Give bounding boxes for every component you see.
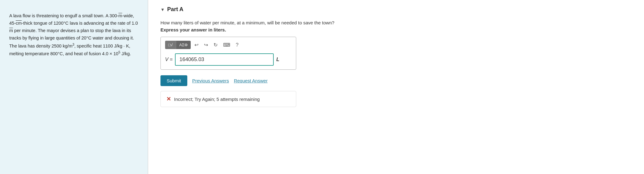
feedback-box: ✕ Incorrect; Try Again; 5 attempts remai… bbox=[160, 91, 296, 107]
action-row: Submit Previous Answers Request Answer bbox=[160, 75, 632, 86]
request-answer-button[interactable]: Request Answer bbox=[234, 78, 268, 83]
answer-input-box: □√ ΑΣΦ ↩ ↪ ↻ ⌨ ? V = bbox=[160, 37, 296, 70]
math-buttons-group: □√ ΑΣΦ bbox=[165, 41, 191, 49]
collapse-arrow-icon[interactable]: ▼ bbox=[160, 7, 165, 12]
greek-button[interactable]: ΑΣΦ bbox=[176, 41, 191, 49]
undo-button[interactable]: ↩ bbox=[193, 41, 200, 49]
part-title: Part A bbox=[167, 6, 183, 13]
express-label: Express your answer in liters. bbox=[160, 27, 632, 32]
undo-icon: ↩ bbox=[194, 42, 198, 48]
part-header: ▼ Part A bbox=[160, 6, 632, 13]
refresh-icon: ↻ bbox=[214, 42, 218, 48]
help-icon: ? bbox=[236, 42, 239, 48]
input-row: V = L bbox=[165, 53, 292, 66]
greek-icon: ΑΣΦ bbox=[179, 43, 188, 47]
keyboard-button[interactable]: ⌨ bbox=[221, 41, 232, 49]
redo-icon: ↪ bbox=[204, 42, 208, 48]
keyboard-icon: ⌨ bbox=[223, 42, 230, 48]
sqrt-button[interactable]: □√ bbox=[165, 41, 176, 49]
unit-label: L bbox=[276, 57, 279, 62]
answer-panel: ▼ Part A How many liters of water per mi… bbox=[148, 0, 644, 174]
previous-answers-button[interactable]: Previous Answers bbox=[192, 78, 229, 83]
feedback-text: Incorrect; Try Again; 5 attempts remaini… bbox=[174, 97, 260, 102]
math-toolbar: □√ ΑΣΦ ↩ ↪ ↻ ⌨ ? bbox=[165, 41, 292, 49]
submit-button[interactable]: Submit bbox=[160, 75, 187, 86]
answer-input[interactable] bbox=[175, 53, 274, 66]
equation-prefix: V = bbox=[165, 57, 172, 62]
redo-button[interactable]: ↪ bbox=[202, 41, 210, 49]
sqrt-icon: □√ bbox=[168, 43, 173, 47]
refresh-button[interactable]: ↻ bbox=[212, 41, 219, 49]
question-text: How many liters of water per minute, at … bbox=[160, 20, 632, 25]
problem-description-panel: A lava flow is threatening to engulf a s… bbox=[0, 0, 148, 174]
problem-text: A lava flow is threatening to engulf a s… bbox=[9, 12, 139, 58]
help-button[interactable]: ? bbox=[234, 41, 240, 49]
incorrect-icon: ✕ bbox=[166, 96, 171, 102]
